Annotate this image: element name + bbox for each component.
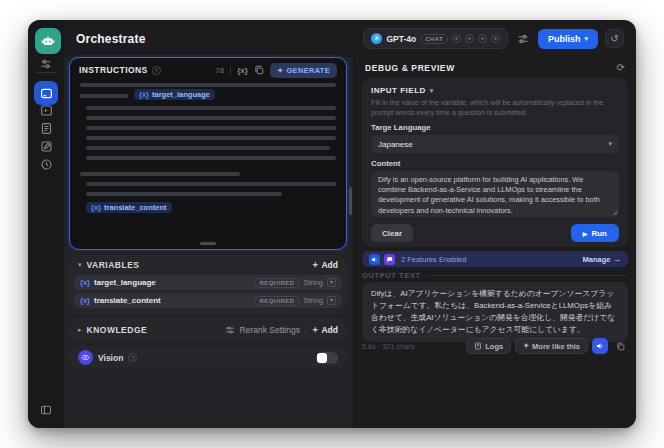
vision-toggle[interactable]: [316, 352, 338, 364]
chevron-down-icon[interactable]: ▾: [430, 87, 434, 95]
sidebar-item-preview[interactable]: [38, 102, 54, 118]
add-knowledge-button[interactable]: ＋ Add: [311, 324, 338, 336]
prompt-text-line: [80, 83, 336, 87]
history-button[interactable]: ↺: [605, 29, 624, 48]
prompt-text-line: [80, 94, 128, 98]
chevron-down-icon: ▾: [608, 140, 612, 148]
orchestrate-panel: INSTRUCTIONS ? 78 {x} ✦ GENERATE: [64, 57, 353, 428]
variable-chip-label: target_language: [152, 90, 210, 99]
instructions-editor[interactable]: INSTRUCTIONS ? 78 {x} ✦ GENERATE: [69, 57, 347, 250]
edit-type-icon[interactable]: ▾: [327, 278, 336, 287]
variable-type: String: [303, 296, 323, 305]
chevron-right-icon[interactable]: ▸: [78, 326, 82, 334]
vision-title: Vision: [98, 353, 123, 363]
divider: [305, 325, 306, 334]
model-capability-icon: [465, 34, 474, 43]
variable-row[interactable]: {x} translate_content REQUIRED String ▾: [74, 293, 342, 308]
model-name: GPT-4o: [386, 34, 416, 44]
content-label: Content: [371, 159, 619, 168]
variable-icon: {x}: [80, 296, 90, 305]
add-variable-button[interactable]: ＋ Add: [311, 259, 338, 271]
rerank-settings-button[interactable]: Rerank Settings: [225, 325, 299, 335]
debug-preview-title: DEBUG & PREVIEW: [365, 63, 455, 73]
variable-icon: {x}: [139, 90, 149, 99]
prompt-text-line: [86, 136, 336, 140]
publish-button[interactable]: Publish ▾: [538, 29, 598, 49]
edit-type-icon[interactable]: ▾: [327, 296, 336, 305]
add-label: Add: [321, 260, 338, 270]
char-count: 78: [215, 66, 224, 75]
prompt-text-line: [86, 106, 336, 110]
variable-type: String: [303, 278, 323, 287]
model-tune-icon[interactable]: [38, 56, 54, 72]
openai-icon: ✳: [371, 33, 382, 44]
help-icon[interactable]: ?: [128, 353, 137, 362]
output-text: Difyは、AIアプリケーションを構築するためのオープンソースプラットフォームで…: [371, 289, 615, 334]
sidebar-divider: [36, 72, 56, 73]
target-language-label: Targe Language: [371, 123, 619, 132]
target-language-select[interactable]: Japanese ▾: [371, 135, 619, 153]
help-icon[interactable]: ?: [152, 66, 161, 75]
sidebar-item-annotations[interactable]: [38, 138, 54, 154]
clear-button[interactable]: Clear: [371, 224, 413, 242]
output-text-card: Difyは、AIアプリケーションを構築するためのオープンソースプラットフォームで…: [362, 282, 628, 342]
model-parameters-icon[interactable]: [515, 31, 531, 47]
clear-label: Clear: [382, 229, 402, 238]
input-field-card: INPUT FIELD ▾ Fill in the value of the v…: [362, 78, 628, 247]
variable-icon: {x}: [80, 278, 90, 287]
resize-handle[interactable]: [200, 242, 216, 245]
vision-eye-icon: [78, 350, 93, 365]
features-bar[interactable]: 2 Features Enabled Manage →: [362, 251, 628, 267]
prompt-text-line: [86, 126, 336, 130]
content-value: Dify is an open-source platform for buil…: [378, 175, 600, 215]
conversation-opener-icon: [384, 254, 395, 265]
prompt-text-line: [86, 116, 336, 120]
instructions-title: INSTRUCTIONS: [79, 65, 148, 75]
knowledge-section: ▸ KNOWLEDGE Rerank Settings ＋ Add: [69, 318, 347, 341]
model-capability-icon: [452, 34, 461, 43]
collapse-panel-icon[interactable]: [38, 402, 54, 418]
variable-row[interactable]: {x} target_language REQUIRED String ▾: [74, 275, 342, 290]
model-selector[interactable]: ✳ GPT-4o CHAT: [363, 28, 508, 49]
prompt-text-line: [86, 156, 336, 160]
output-meta: 5.8s · 321 chars: [362, 342, 414, 351]
divider: [230, 66, 231, 75]
input-field-description: Fill in the value of the variable, which…: [371, 98, 619, 117]
variable-chip-translate-content[interactable]: {x} translate_content: [86, 202, 172, 213]
publish-label: Publish: [548, 34, 581, 44]
required-badge: REQUIRED: [255, 278, 300, 288]
refresh-icon[interactable]: ⟳: [617, 62, 625, 73]
copy-icon[interactable]: [254, 65, 264, 75]
run-button[interactable]: ▶ Run: [571, 224, 619, 242]
variable-name: target_language: [94, 278, 156, 287]
generate-label: GENERATE: [286, 66, 330, 75]
text-to-speech-icon: [369, 254, 380, 265]
content-textarea[interactable]: Dify is an open-source platform for buil…: [371, 171, 619, 217]
model-mode-badge: CHAT: [420, 34, 448, 44]
prompt-text-line: [86, 146, 330, 150]
manage-features-link[interactable]: Manage →: [583, 255, 621, 264]
generate-button[interactable]: ✦ GENERATE: [270, 63, 337, 78]
features-enabled-text: 2 Features Enabled: [401, 255, 466, 264]
add-label: Add: [321, 325, 338, 335]
speaker-button[interactable]: [592, 338, 608, 354]
sidebar-item-monitoring[interactable]: [38, 156, 54, 172]
variables-title: VARIABLES: [87, 260, 140, 270]
top-bar: Orchestrate ✳ GPT-4o CHAT Publish ▾ ↺: [64, 20, 636, 57]
more-like-this-button[interactable]: ✦ More like this: [515, 338, 588, 354]
sidebar-item-logs[interactable]: [38, 120, 54, 136]
resize-corner-icon[interactable]: ◢: [612, 208, 617, 216]
sparkle-icon: ✦: [523, 342, 529, 350]
vision-section: Vision ?: [69, 346, 347, 369]
variable-chip-target-language[interactable]: {x} target_language: [134, 89, 215, 100]
arrow-right-icon: →: [614, 255, 622, 264]
chevron-down-icon[interactable]: ▾: [78, 261, 82, 269]
copy-button[interactable]: [612, 338, 628, 354]
rerank-icon: [225, 325, 235, 335]
scrollbar[interactable]: [349, 187, 352, 215]
logs-button[interactable]: Logs: [466, 338, 511, 354]
insert-variable-icon[interactable]: {x}: [237, 66, 248, 75]
debug-preview-panel: DEBUG & PREVIEW ⟳ INPUT FIELD ▾ Fill in …: [353, 57, 636, 428]
app-logo[interactable]: [35, 28, 61, 54]
variable-chip-label: translate_content: [104, 203, 167, 212]
